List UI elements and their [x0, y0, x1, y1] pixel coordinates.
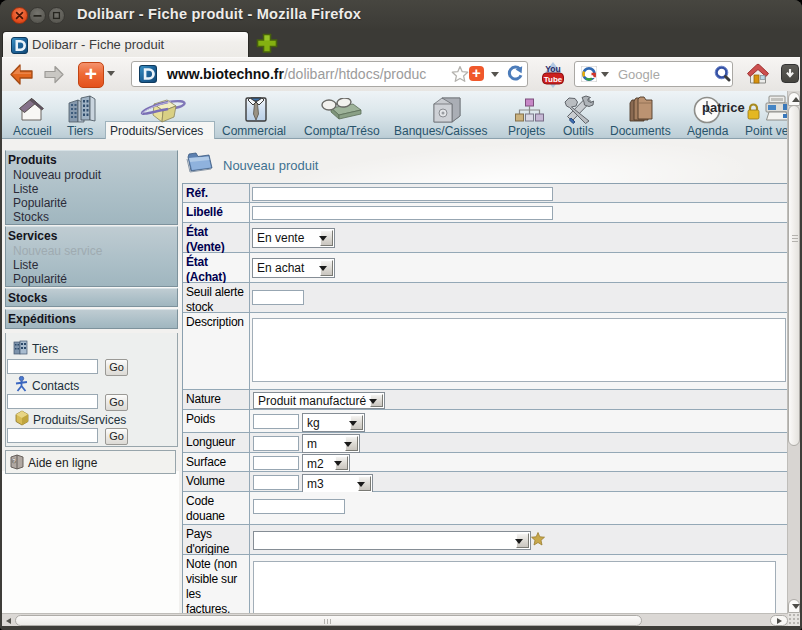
svg-text:Tube: Tube: [544, 75, 563, 84]
svg-text:?: ?: [12, 458, 15, 464]
